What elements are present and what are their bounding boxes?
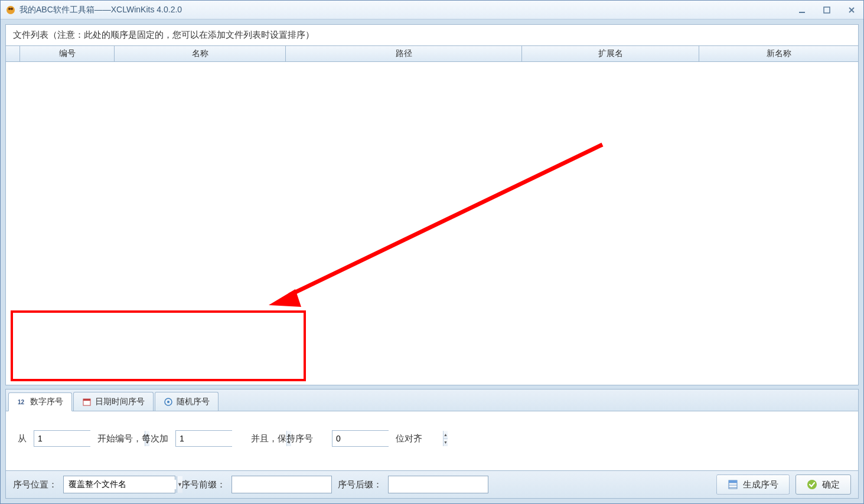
label-start: 开始编号，每次加 xyxy=(97,433,168,444)
column-header-newname[interactable]: 新名称 xyxy=(699,46,858,61)
svg-point-2 xyxy=(11,8,13,10)
app-icon xyxy=(5,5,16,15)
label-keep: 并且，保持序号 xyxy=(251,433,313,444)
svg-point-1 xyxy=(8,8,11,10)
svg-rect-4 xyxy=(824,7,830,13)
align-field[interactable] xyxy=(332,431,443,446)
ok-button[interactable]: 确定 xyxy=(795,474,851,495)
label-position: 序号位置： xyxy=(13,479,57,490)
start-number-input[interactable]: ▲ ▼ xyxy=(34,430,90,447)
generate-label: 生成序号 xyxy=(743,479,778,490)
window-controls xyxy=(795,5,859,15)
titlebar: 我的ABC软件工具箱——XCLWinKits 4.0.2.0 xyxy=(1,1,863,19)
tab-label: 日期时间序号 xyxy=(95,397,145,407)
spin-up-icon[interactable]: ▲ xyxy=(444,431,448,439)
label-prefix: 序号前缀： xyxy=(181,479,226,490)
file-list-panel: 文件列表（注意：此处的顺序是固定的，您可以在添加文件列表时设置排序） 编号 名称… xyxy=(5,24,859,385)
svg-point-9 xyxy=(167,401,169,403)
number-icon: 12 xyxy=(17,397,27,407)
file-list-note: 文件列表（注意：此处的顺序是固定的，您可以在添加文件列表时设置排序） xyxy=(6,25,858,45)
svg-rect-14 xyxy=(729,480,737,483)
random-icon xyxy=(164,397,173,407)
minimize-button[interactable] xyxy=(795,5,809,15)
bottom-bar: 序号位置： ▼ 序号前缀： 序号后缀： 生成序号 确定 xyxy=(5,470,859,499)
tab-strip: 12 数字序号 日期时间序号 随机序号 xyxy=(6,390,858,411)
label-align: 位对齐 xyxy=(396,433,422,444)
column-header-path[interactable]: 路径 xyxy=(286,46,522,61)
align-input[interactable]: ▲ ▼ xyxy=(332,430,389,447)
svg-rect-3 xyxy=(799,12,805,13)
label-from: 从 xyxy=(18,433,27,444)
tab-random-sequence[interactable]: 随机序号 xyxy=(155,392,219,411)
label-suffix: 序号后缀： xyxy=(338,479,382,490)
tab-label: 随机序号 xyxy=(177,397,210,407)
position-combo[interactable]: ▼ xyxy=(63,476,175,493)
ok-label: 确定 xyxy=(822,479,840,490)
suffix-input[interactable] xyxy=(388,476,488,493)
svg-rect-7 xyxy=(83,399,90,401)
app-window: 我的ABC软件工具箱——XCLWinKits 4.0.2.0 文件列表（注意：此… xyxy=(0,0,864,504)
table-body[interactable] xyxy=(6,62,858,385)
calendar-icon xyxy=(82,397,92,407)
sequence-panel: 12 数字序号 日期时间序号 随机序号 从 xyxy=(5,389,859,499)
column-header-name[interactable]: 名称 xyxy=(115,46,286,61)
svg-point-0 xyxy=(6,6,15,14)
grid-icon xyxy=(728,479,738,490)
check-icon xyxy=(807,479,817,490)
tab-numeric-sequence[interactable]: 12 数字序号 xyxy=(8,392,72,411)
numeric-sequence-content: 从 ▲ ▼ 开始编号，每次加 ▲ ▼ xyxy=(6,411,858,470)
prefix-input[interactable] xyxy=(232,476,332,493)
client-area: 文件列表（注意：此处的顺序是固定的，您可以在添加文件列表时设置排序） 编号 名称… xyxy=(1,19,863,503)
svg-point-15 xyxy=(807,480,817,489)
position-field[interactable] xyxy=(64,480,177,489)
tab-label: 数字序号 xyxy=(30,397,63,407)
svg-text:12: 12 xyxy=(18,399,25,405)
column-header-ext[interactable]: 扩展名 xyxy=(522,46,699,61)
spin-down-icon[interactable]: ▼ xyxy=(444,439,448,447)
close-button[interactable] xyxy=(845,5,859,15)
maximize-button[interactable] xyxy=(820,5,834,15)
table-header: 编号 名称 路径 扩展名 新名称 xyxy=(6,45,858,62)
column-header-id[interactable]: 编号 xyxy=(20,46,115,61)
generate-button[interactable]: 生成序号 xyxy=(716,474,790,495)
step-input[interactable]: ▲ ▼ xyxy=(175,430,232,447)
window-title: 我的ABC软件工具箱——XCLWinKits 4.0.2.0 xyxy=(19,5,795,15)
tab-datetime-sequence[interactable]: 日期时间序号 xyxy=(73,392,154,411)
row-selector-header[interactable] xyxy=(6,46,20,61)
